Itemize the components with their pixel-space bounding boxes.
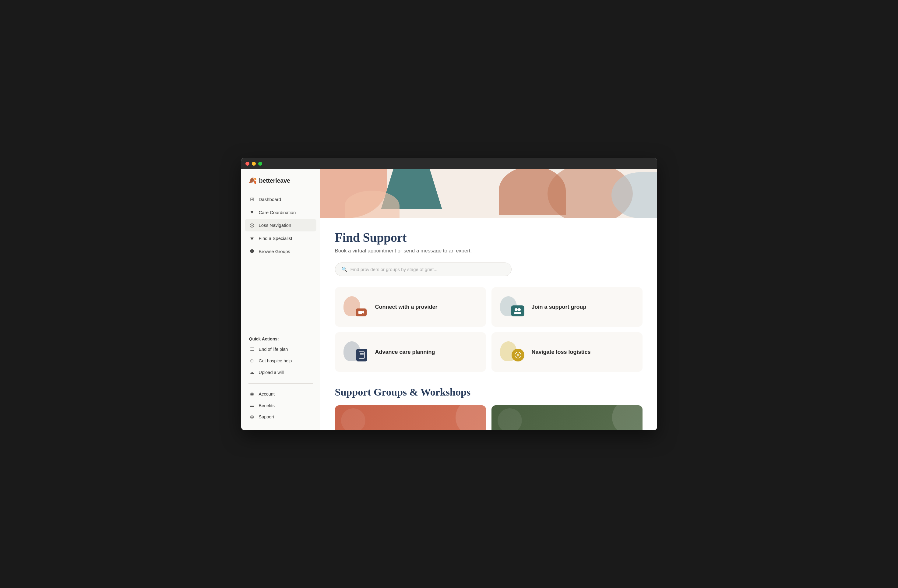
- support-icon: ◎: [249, 414, 255, 420]
- logo-icon: 🍂: [249, 177, 257, 185]
- svg-point-12: [517, 354, 518, 356]
- card-navigate-loss-logistics-label: Navigate loss logistics: [532, 348, 591, 356]
- card-connect-provider-icon-wrap: [343, 296, 368, 318]
- sidebar-item-loss-navigation[interactable]: ◎ Loss Navigation: [245, 219, 317, 231]
- list-icon: ☰: [249, 346, 255, 352]
- sidebar-item-benefits[interactable]: ▬ Benefits: [245, 400, 317, 411]
- page-subtitle: Book a virtual appointment or send a mes…: [335, 248, 643, 254]
- star-icon: ★: [249, 235, 255, 242]
- svg-rect-6: [359, 352, 364, 359]
- card-advance-care-planning-label: Advance care planning: [375, 348, 435, 356]
- card-navigate-loss-logistics[interactable]: Navigate loss logistics: [492, 332, 643, 372]
- card-join-support-group-label: Join a support group: [532, 303, 586, 311]
- minimize-button[interactable]: [252, 162, 256, 166]
- sidebar-item-care-coordination[interactable]: ♥ Care Coordination: [245, 206, 317, 219]
- card-navigate-loss-logistics-icon-wrap: [500, 341, 524, 363]
- sidebar-item-upload-will-label: Upload a will: [259, 370, 284, 375]
- sidebar-item-end-of-life-plan-label: End of life plan: [259, 347, 288, 352]
- traffic-lights: [245, 162, 262, 166]
- groups-grid: GROUP GROUP: [335, 405, 643, 430]
- dashboard-icon: ⊞: [249, 196, 255, 203]
- heart-icon: ♥: [249, 209, 255, 215]
- nav-section: ⊞ Dashboard ♥ Care Coordination ◎ Loss N…: [241, 193, 320, 331]
- group-card-1-shapes: [335, 405, 486, 430]
- search-placeholder-text: Find providers or groups by stage of gri…: [351, 267, 438, 272]
- sidebar-item-benefits-label: Benefits: [259, 403, 275, 408]
- card-connect-provider-label: Connect with a provider: [375, 303, 438, 311]
- page-content: Find Support Book a virtual appointment …: [320, 218, 657, 430]
- hero-shape-light-peach: [345, 191, 400, 218]
- group-card-2[interactable]: GROUP: [492, 405, 643, 430]
- card-join-support-group[interactable]: Join a support group: [492, 287, 643, 327]
- search-icon: 🔍: [341, 266, 348, 272]
- sidebar-item-get-hospice-help-label: Get hospice help: [259, 359, 292, 363]
- compass-icon: ◎: [249, 222, 255, 228]
- document-icon: [356, 349, 367, 362]
- sidebar-item-upload-will[interactable]: ☁ Upload a will: [245, 367, 317, 378]
- sidebar-item-support-label: Support: [259, 414, 274, 419]
- people-icon: [511, 305, 524, 316]
- group-card-1[interactable]: GROUP: [335, 405, 486, 430]
- sidebar-item-care-coordination-label: Care Coordination: [259, 210, 296, 215]
- groups-section-title: Support Groups & Workshops: [335, 386, 643, 398]
- svg-point-3: [518, 308, 521, 311]
- title-bar: [241, 158, 657, 169]
- sidebar-item-find-specialist-label: Find a Specialist: [259, 236, 292, 241]
- app-layout: 🍂 betterleave ⊞ Dashboard ♥ Care Coordin…: [241, 169, 657, 430]
- svg-point-5: [517, 312, 521, 314]
- sidebar-item-loss-navigation-label: Loss Navigation: [259, 223, 291, 228]
- sidebar-item-find-specialist[interactable]: ★ Find a Specialist: [245, 232, 317, 245]
- sidebar: 🍂 betterleave ⊞ Dashboard ♥ Care Coordin…: [241, 169, 320, 430]
- svg-marker-1: [362, 311, 364, 314]
- page-title: Find Support: [335, 230, 643, 245]
- account-icon: ◉: [249, 391, 255, 397]
- svg-rect-0: [358, 311, 362, 314]
- sidebar-item-account-label: Account: [259, 392, 275, 397]
- sidebar-item-support[interactable]: ◎ Support: [245, 411, 317, 422]
- cloud-icon: ☁: [249, 369, 255, 375]
- groups-icon: ⚉: [249, 248, 255, 255]
- logo-text: betterleave: [259, 177, 290, 184]
- app-window: 🍂 betterleave ⊞ Dashboard ♥ Care Coordin…: [241, 158, 657, 430]
- logo-area: 🍂 betterleave: [241, 177, 320, 193]
- sidebar-item-dashboard-label: Dashboard: [259, 197, 281, 202]
- sidebar-item-get-hospice-help[interactable]: ⊙ Get hospice help: [245, 356, 317, 366]
- quick-actions-label: Quick Actions:: [241, 331, 320, 344]
- group-shape-circle-4: [498, 408, 522, 430]
- sidebar-item-dashboard[interactable]: ⊞ Dashboard: [245, 193, 317, 206]
- group-shape-circle-2: [341, 408, 365, 430]
- sidebar-item-end-of-life-plan[interactable]: ☰ End of life plan: [245, 344, 317, 355]
- card-advance-care-planning[interactable]: Advance care planning: [335, 332, 486, 372]
- search-bar[interactable]: 🔍 Find providers or groups by stage of g…: [335, 262, 512, 276]
- camera-icon: [356, 308, 367, 316]
- navigation-compass-icon: [512, 349, 524, 362]
- card-advance-care-planning-icon-wrap: [343, 341, 368, 363]
- sidebar-item-browse-groups[interactable]: ⚉ Browse Groups: [245, 245, 317, 258]
- sidebar-item-account[interactable]: ◉ Account: [245, 389, 317, 400]
- group-shape-circle-3: [612, 405, 643, 430]
- maximize-button[interactable]: [258, 162, 262, 166]
- card-connect-provider[interactable]: Connect with a provider: [335, 287, 486, 327]
- benefits-icon: ▬: [249, 403, 255, 408]
- card-join-support-group-icon-wrap: [500, 296, 524, 318]
- group-card-2-shapes: [492, 405, 643, 430]
- svg-point-2: [515, 308, 518, 311]
- sidebar-divider: [249, 383, 313, 384]
- sidebar-bottom: ◉ Account ▬ Benefits ◎ Support: [241, 389, 320, 423]
- hero-banner: [320, 169, 657, 218]
- cards-grid: Connect with a provider: [335, 287, 643, 372]
- sidebar-item-browse-groups-label: Browse Groups: [259, 249, 290, 254]
- close-button[interactable]: [245, 162, 249, 166]
- sun-icon: ⊙: [249, 358, 255, 363]
- group-shape-circle-1: [455, 405, 486, 430]
- main-content: Find Support Book a virtual appointment …: [320, 169, 657, 430]
